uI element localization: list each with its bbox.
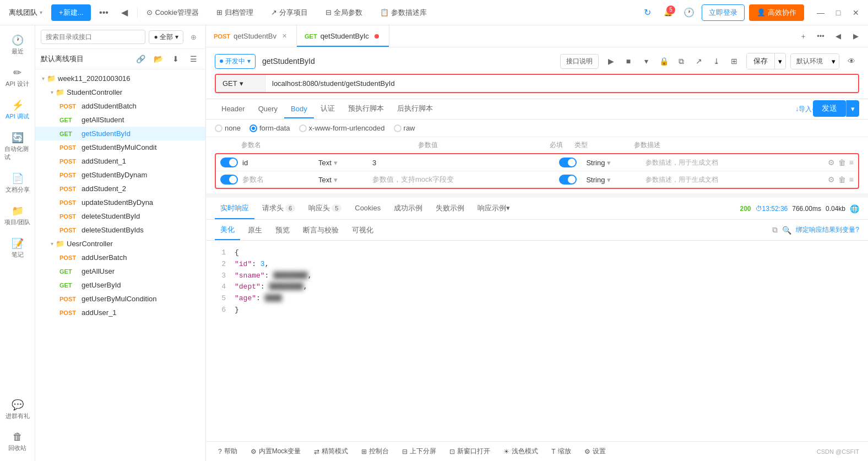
row1-desc[interactable]: 参数描述，用于生成文档 bbox=[645, 158, 823, 167]
refresh-icon[interactable]: ↻ bbox=[639, 4, 655, 21]
close-button[interactable]: ✕ bbox=[848, 5, 864, 20]
row2-type-select[interactable]: Text ▾ bbox=[318, 176, 368, 184]
tab-next-icon[interactable]: ▶ bbox=[848, 29, 864, 44]
list-item[interactable]: GETgetStudentById bbox=[35, 127, 205, 140]
nav-folder-icon[interactable]: 📂 bbox=[151, 52, 165, 66]
list-item[interactable]: ▾📁UesrController bbox=[35, 237, 205, 251]
row1-value[interactable]: 3 bbox=[372, 159, 550, 167]
row2-settings-icon[interactable]: ⚙ bbox=[828, 175, 835, 184]
global-icon[interactable]: 🌐 bbox=[850, 204, 859, 213]
row2-delete-icon[interactable]: 🗑 bbox=[838, 175, 846, 184]
console-button[interactable]: ⊞ 控制台 bbox=[358, 445, 392, 458]
method-select[interactable]: GET ▾ bbox=[216, 75, 265, 92]
back-icon[interactable]: ◀ bbox=[116, 4, 133, 21]
zoom-button[interactable]: T 缩放 bbox=[548, 445, 574, 458]
row1-name[interactable]: id bbox=[242, 159, 314, 167]
param-lib-tab[interactable]: 📋 参数描述库 bbox=[376, 6, 431, 20]
sidebar-item-recycle[interactable]: 🗑 回收站 bbox=[2, 427, 33, 457]
row2-desc[interactable]: 参数描述，用于生成文档 bbox=[645, 175, 823, 185]
list-item[interactable]: POSTaddStudentBatch bbox=[35, 99, 205, 113]
save-button[interactable]: 保存 bbox=[747, 53, 775, 69]
tab-close-icon[interactable]: ✕ bbox=[280, 32, 289, 41]
resp-tab-realtime[interactable]: 实时响应 bbox=[215, 198, 254, 219]
row2-name[interactable]: 参数名 bbox=[242, 175, 314, 185]
copy-response-icon[interactable]: ⧉ bbox=[772, 225, 778, 235]
help-button[interactable]: ? 帮助 bbox=[215, 445, 241, 458]
radio-none[interactable]: none bbox=[215, 124, 241, 132]
tab-post-qetstudentbv[interactable]: POST qetStudentBv ✕ bbox=[206, 25, 297, 47]
env-dropdown-icon[interactable]: ▾ bbox=[828, 55, 839, 68]
nav-download-icon[interactable]: ⬇ bbox=[169, 52, 182, 66]
list-item[interactable]: POSTgetStudentByMulCondit bbox=[35, 140, 205, 154]
archive-icon[interactable]: ⊞ bbox=[726, 53, 742, 69]
tab-prev-icon[interactable]: ◀ bbox=[831, 29, 846, 44]
radio-urlencoded[interactable]: x-www-form-urlencoded bbox=[299, 124, 385, 132]
sidebar-item-api-test[interactable]: ⚡ API 调试 bbox=[2, 95, 33, 125]
notification-button[interactable]: 🔔 5 bbox=[660, 4, 676, 21]
row1-drag-icon[interactable]: ≡ bbox=[849, 158, 854, 167]
sidebar-item-auto-test[interactable]: 🔄 自动化测试 bbox=[2, 127, 33, 166]
nav-share-icon[interactable]: 🔗 bbox=[134, 52, 147, 66]
dropdown-icon[interactable]: ▾ bbox=[638, 53, 654, 69]
row1-value-type[interactable]: String ▾ bbox=[586, 159, 641, 167]
tab-query[interactable]: Query bbox=[252, 100, 284, 118]
tab-pre-script[interactable]: 预执行脚本 bbox=[341, 99, 390, 119]
row2-value-type[interactable]: String ▾ bbox=[586, 176, 641, 184]
list-item[interactable]: POSTdeleteStudentByIds bbox=[35, 223, 205, 237]
list-item[interactable]: GETgetUserById bbox=[35, 278, 205, 292]
eye-icon[interactable]: 👁 bbox=[844, 53, 859, 69]
filter-all-badge[interactable]: ● 全部 ▾ bbox=[149, 30, 183, 44]
resp-tab-req-headers[interactable]: 请求头 6 bbox=[257, 198, 301, 219]
row2-toggle[interactable] bbox=[220, 175, 238, 185]
split-screen-button[interactable]: ⊟ 上下分屏 bbox=[399, 445, 440, 458]
mock-vars-button[interactable]: ⚙ 内置Mock变量 bbox=[247, 445, 305, 458]
send-button[interactable]: 发送 bbox=[813, 100, 846, 117]
run-icon[interactable]: ▶ bbox=[603, 53, 619, 69]
send-dropdown-button[interactable]: ▾ bbox=[846, 100, 859, 117]
resp-content-tab-preview[interactable]: 预览 bbox=[270, 220, 295, 240]
tab-get-qetstudentbyic[interactable]: GET qetStudentByIc bbox=[297, 25, 389, 47]
login-button[interactable]: 立即登录 bbox=[702, 4, 745, 21]
minimize-button[interactable]: — bbox=[813, 5, 828, 20]
tab-more-icon[interactable]: ••• bbox=[813, 29, 828, 44]
global-params-tab[interactable]: ⊟ 全局参数 bbox=[321, 6, 367, 20]
sidebar-item-doc-share[interactable]: 📄 文档分享 bbox=[2, 168, 33, 198]
resp-content-tab-visual[interactable]: 可视化 bbox=[346, 220, 379, 240]
lock-icon[interactable]: 🔒 bbox=[656, 53, 671, 69]
history-icon[interactable]: 🕐 bbox=[681, 4, 697, 21]
bind-var-link[interactable]: 绑定响应结果到变量? bbox=[796, 225, 859, 235]
sidebar-item-project[interactable]: 📁 项目/团队 bbox=[2, 200, 33, 231]
row1-required-toggle[interactable] bbox=[559, 158, 577, 167]
list-item[interactable]: POSTgetUserByMulCondition bbox=[35, 292, 205, 306]
pin-icon[interactable]: ⊕ bbox=[187, 30, 200, 44]
new-button[interactable]: +新建... bbox=[51, 4, 91, 21]
row1-toggle[interactable] bbox=[220, 158, 238, 167]
restore-button[interactable]: □ bbox=[831, 5, 846, 20]
resp-tab-success[interactable]: 成功示例 bbox=[388, 198, 428, 219]
list-item[interactable]: POSTaddUserBatch bbox=[35, 251, 205, 264]
search-input[interactable] bbox=[41, 30, 145, 44]
url-input[interactable] bbox=[265, 75, 858, 92]
list-item[interactable]: POSTaddUser_1 bbox=[35, 306, 205, 319]
team-selector[interactable]: 离线团队 ▾ bbox=[4, 6, 47, 20]
new-window-button[interactable]: ⊡ 新窗口打开 bbox=[446, 445, 493, 458]
list-item[interactable]: ▾📁week11_20201003016 bbox=[35, 72, 205, 85]
list-item[interactable]: ▾📁StudentController bbox=[35, 85, 205, 99]
list-item[interactable]: POSTaddStudent_2 bbox=[35, 182, 205, 196]
radio-raw[interactable]: raw bbox=[394, 124, 415, 132]
collab-button[interactable]: 👤 高效协作 bbox=[749, 4, 804, 21]
list-item[interactable]: GETgetAllUser bbox=[35, 264, 205, 278]
tab-post-script[interactable]: 后执行脚本 bbox=[390, 99, 440, 119]
nav-menu-icon[interactable]: ☰ bbox=[187, 52, 200, 66]
radio-form-data[interactable]: form-data bbox=[249, 124, 290, 132]
resp-content-tab-raw[interactable]: 原生 bbox=[242, 220, 268, 240]
resp-tab-cookies[interactable]: Cookies bbox=[349, 198, 386, 219]
settings-button[interactable]: ⚙ 设置 bbox=[581, 445, 609, 458]
light-mode-button[interactable]: ☀ 浅色模式 bbox=[500, 445, 541, 458]
share-icon[interactable]: ↗ bbox=[691, 53, 707, 69]
list-item[interactable]: POSTupdateStudentByDyna bbox=[35, 196, 205, 209]
export-icon[interactable]: ⤓ bbox=[709, 53, 724, 69]
resp-tab-resp-headers[interactable]: 响应头 5 bbox=[303, 198, 347, 219]
compact-mode-button[interactable]: ⇄ 精简模式 bbox=[311, 445, 351, 458]
row1-delete-icon[interactable]: 🗑 bbox=[838, 158, 846, 167]
